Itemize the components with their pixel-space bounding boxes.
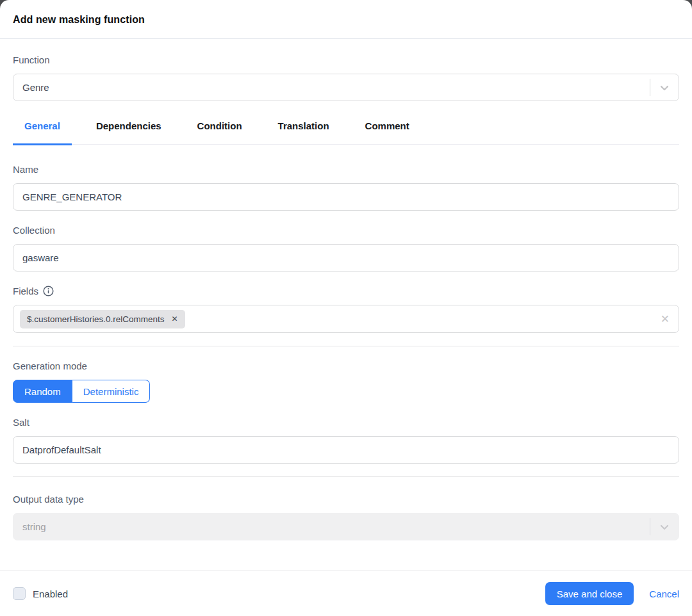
name-section: Name	[13, 164, 679, 211]
salt-section: Salt	[13, 417, 679, 464]
field-tag: $.customerHistories.0.relComments ✕	[20, 310, 185, 328]
clear-all-icon[interactable]: ✕	[661, 314, 670, 325]
salt-label: Salt	[13, 417, 679, 428]
function-section: Function Genre	[13, 54, 679, 101]
deterministic-option-button[interactable]: Deterministic	[72, 380, 151, 403]
chevron-down-icon[interactable]	[650, 82, 679, 93]
tab-general[interactable]: General	[13, 120, 72, 145]
fields-label: Fields	[13, 286, 38, 296]
modal-body: Function Genre General Dependencies Cond…	[0, 39, 692, 571]
generation-mode-toggle: Random Deterministic	[13, 380, 150, 403]
output-data-type-label: Output data type	[13, 494, 679, 505]
enabled-checkbox-wrap[interactable]: Enabled	[13, 587, 68, 600]
collection-input[interactable]	[13, 244, 679, 272]
collection-label: Collection	[13, 225, 679, 236]
section-divider	[13, 476, 679, 477]
function-label: Function	[13, 54, 679, 65]
info-circle-icon[interactable]	[43, 286, 54, 296]
modal-header: Add new masking function	[0, 0, 692, 39]
section-divider	[13, 346, 679, 346]
generation-mode-label: Generation mode	[13, 361, 679, 371]
salt-input[interactable]	[13, 436, 679, 464]
modal-footer: Enabled Save and close Cancel	[0, 571, 692, 616]
tab-comment[interactable]: Comment	[354, 120, 421, 145]
enabled-label: Enabled	[33, 588, 68, 599]
field-tag-text: $.customerHistories.0.relComments	[27, 314, 165, 324]
output-data-type-section: Output data type string	[13, 494, 679, 540]
random-option-button[interactable]: Random	[13, 380, 72, 403]
tab-translation[interactable]: Translation	[267, 120, 341, 145]
close-icon[interactable]: ✕	[172, 315, 178, 323]
tab-bar: General Dependencies Condition Translati…	[13, 120, 679, 145]
chevron-down-icon	[650, 521, 679, 533]
output-data-type-value: string	[22, 521, 650, 532]
save-and-close-button[interactable]: Save and close	[545, 582, 634, 605]
function-select[interactable]: Genre	[13, 74, 679, 101]
fields-section: Fields $.customerHistories.0.relComments…	[13, 286, 679, 333]
generation-mode-section: Generation mode Random Deterministic	[13, 361, 679, 403]
output-data-type-select: string	[13, 513, 679, 540]
tab-condition[interactable]: Condition	[186, 120, 254, 145]
name-label: Name	[13, 164, 679, 175]
function-select-value: Genre	[22, 82, 650, 93]
add-masking-function-modal: Add new masking function Function Genre	[0, 0, 692, 616]
fields-multiselect[interactable]: $.customerHistories.0.relComments ✕ ✕	[13, 305, 679, 333]
collection-section: Collection	[13, 225, 679, 272]
tab-dependencies[interactable]: Dependencies	[85, 120, 173, 145]
modal-title: Add new masking function	[13, 14, 679, 26]
cancel-button[interactable]: Cancel	[649, 588, 679, 599]
enabled-checkbox[interactable]	[13, 587, 26, 600]
name-input[interactable]	[13, 183, 679, 211]
